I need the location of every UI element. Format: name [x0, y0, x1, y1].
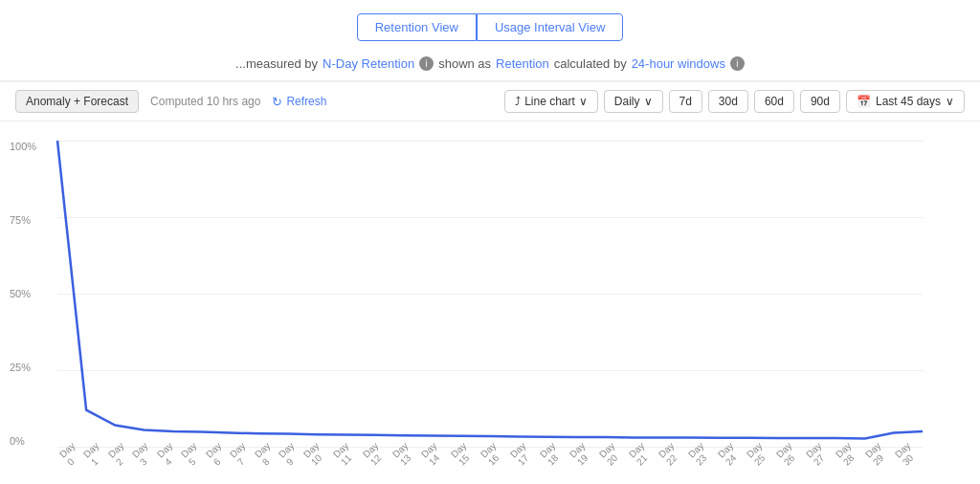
view-tabs: Retention View Usage Interval View: [0, 0, 980, 49]
range-7d-button[interactable]: 7d: [669, 90, 702, 113]
anomaly-badge: Anomaly + Forecast: [15, 90, 139, 113]
period-button[interactable]: Daily ∨: [604, 90, 663, 113]
metric-info-icon[interactable]: i: [419, 56, 434, 71]
measured-row: ...measured by N-Day Retention i shown a…: [0, 49, 980, 80]
window-link[interactable]: 24-hour windows: [632, 56, 725, 71]
y-label-75: 75%: [10, 214, 36, 226]
tab-usage[interactable]: Usage Interval View: [477, 13, 623, 41]
window-info-icon[interactable]: i: [730, 56, 745, 71]
tab-retention[interactable]: Retention View: [357, 13, 477, 41]
x-axis-labels: Day 0Day 1Day 2Day 3Day 4Day 5Day 6Day 7…: [57, 447, 923, 473]
range-60d-button[interactable]: 60d: [754, 90, 794, 113]
y-label-100: 100%: [10, 141, 36, 152]
chart-type-button[interactable]: ⤴ Line chart ∨: [504, 90, 598, 113]
line-chart-svg: [57, 141, 923, 447]
refresh-button[interactable]: ↻ Refresh: [272, 95, 326, 109]
date-range-chevron: ∨: [946, 95, 954, 108]
line-chart-icon: ⤴: [515, 95, 521, 108]
y-label-0: 0%: [10, 435, 36, 447]
computed-text: Computed 10 hrs ago: [150, 95, 260, 108]
date-range-label: Last 45 days: [876, 95, 941, 108]
metric-link[interactable]: N-Day Retention: [323, 56, 414, 71]
period-label: Daily: [614, 95, 640, 108]
refresh-label: Refresh: [286, 95, 326, 108]
shown-link[interactable]: Retention: [496, 56, 549, 71]
y-label-50: 50%: [10, 288, 36, 299]
chart-toolbar: Anomaly + Forecast Computed 10 hrs ago ↻…: [0, 81, 980, 121]
chart-type-chevron: ∨: [579, 95, 588, 108]
refresh-icon: ↻: [272, 95, 282, 109]
y-label-25: 25%: [10, 362, 36, 373]
range-90d-button[interactable]: 90d: [800, 90, 840, 113]
calculated-by-label: calculated by: [554, 56, 627, 71]
shown-as-label: shown as: [438, 56, 491, 71]
toolbar-right: ⤴ Line chart ∨ Daily ∨ 7d 30d 60d 90d 📅 …: [504, 90, 965, 113]
range-30d-button[interactable]: 30d: [708, 90, 748, 113]
chart-area: 100% 75% 50% 25% 0%: [57, 141, 923, 447]
date-range-button[interactable]: 📅 Last 45 days ∨: [846, 90, 965, 113]
period-chevron: ∨: [644, 95, 653, 108]
chart-container: 100% 75% 50% 25% 0% Day 0Day 1Day 2Day 3…: [0, 121, 980, 484]
calendar-icon: 📅: [857, 95, 871, 108]
measured-prefix: ...measured by: [235, 56, 318, 71]
chart-type-label: Line chart: [524, 95, 575, 108]
y-axis-labels: 100% 75% 50% 25% 0%: [10, 141, 36, 447]
